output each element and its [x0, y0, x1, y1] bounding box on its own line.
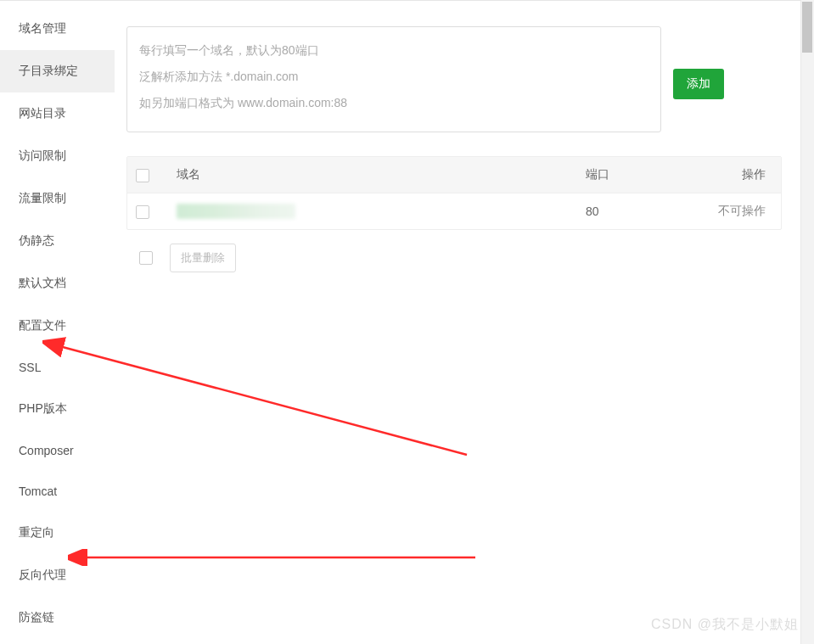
header-action: 操作	[679, 157, 781, 193]
sidebar-item-label: Tomcat	[19, 484, 57, 498]
sidebar-item-domain-mgmt[interactable]: 域名管理	[0, 8, 115, 50]
sidebar-item-reverse-proxy[interactable]: 反向代理	[0, 554, 115, 596]
sidebar-item-composer[interactable]: Composer	[0, 430, 115, 471]
scrollbar-track[interactable]	[800, 0, 814, 644]
bulk-action-row: 批量删除	[126, 244, 802, 272]
sidebar-item-label: 子目录绑定	[19, 64, 78, 77]
sidebar-item-label: 配置文件	[19, 318, 66, 332]
sidebar-item-pseudo-static[interactable]: 伪静态	[0, 220, 115, 262]
bulk-delete-button[interactable]: 批量删除	[170, 244, 236, 272]
header-domain: 域名	[168, 157, 577, 193]
add-button[interactable]: 添加	[673, 69, 724, 99]
sidebar-item-redirect[interactable]: 重定向	[0, 512, 115, 554]
sidebar-item-label: 重定向	[19, 525, 54, 539]
row-action-cell: 不可操作	[679, 193, 781, 230]
sidebar-item-default-doc[interactable]: 默认文档	[0, 262, 115, 305]
svg-line-1	[59, 346, 467, 455]
scrollbar-thumb[interactable]	[802, 2, 812, 53]
domain-textarea[interactable]	[126, 26, 661, 132]
header-checkbox-cell	[127, 157, 168, 193]
select-all-checkbox[interactable]	[136, 169, 149, 182]
sidebar-item-config-file[interactable]: 配置文件	[0, 305, 115, 347]
sidebar-item-ssl[interactable]: SSL	[0, 347, 115, 388]
app-container: 域名管理 子目录绑定 网站目录 访问限制 流量限制 伪静态 默认文档 配置文件 …	[0, 0, 814, 644]
sidebar-item-label: 反向代理	[19, 568, 66, 581]
sidebar: 域名管理 子目录绑定 网站目录 访问限制 流量限制 伪静态 默认文档 配置文件 …	[0, 1, 115, 644]
sidebar-item-label: 网站目录	[19, 106, 66, 120]
row-port-cell: 80	[577, 193, 679, 230]
sidebar-item-access-limit[interactable]: 访问限制	[0, 135, 115, 177]
sidebar-item-label: Composer	[19, 444, 74, 457]
sidebar-item-label: SSL	[19, 361, 41, 374]
domain-input-row: 添加	[126, 26, 802, 132]
sidebar-item-traffic-limit[interactable]: 流量限制	[0, 177, 115, 220]
table-header-row: 域名 端口 操作	[127, 157, 781, 193]
sidebar-item-label: 默认文档	[19, 276, 66, 289]
domain-table-wrap: 域名 端口 操作 80 不可操作	[126, 156, 782, 230]
domain-value-blurred	[177, 204, 295, 219]
sidebar-item-php-version[interactable]: PHP版本	[0, 388, 115, 430]
row-domain-cell	[168, 193, 577, 230]
annotation-arrow-reverse-proxy	[68, 549, 484, 566]
row-checkbox[interactable]	[136, 205, 149, 219]
sidebar-item-hotlink[interactable]: 防盗链	[0, 596, 115, 639]
sidebar-item-label: 访问限制	[19, 148, 66, 162]
main-content: 添加 域名 端口 操作	[115, 1, 814, 644]
sidebar-item-label: 防盗链	[19, 610, 54, 624]
sidebar-item-tomcat[interactable]: Tomcat	[0, 471, 115, 512]
sidebar-item-subdir-bind[interactable]: 子目录绑定	[0, 50, 115, 92]
bulk-select-checkbox[interactable]	[139, 251, 153, 265]
domain-table: 域名 端口 操作 80 不可操作	[127, 157, 781, 229]
sidebar-item-label: 伪静态	[19, 233, 54, 247]
sidebar-item-label: PHP版本	[19, 401, 67, 415]
sidebar-item-site-dir[interactable]: 网站目录	[0, 92, 115, 135]
row-checkbox-cell	[127, 193, 168, 230]
sidebar-item-label: 域名管理	[19, 21, 66, 35]
header-port: 端口	[577, 157, 679, 193]
table-row: 80 不可操作	[127, 193, 781, 230]
sidebar-item-label: 流量限制	[19, 191, 66, 204]
